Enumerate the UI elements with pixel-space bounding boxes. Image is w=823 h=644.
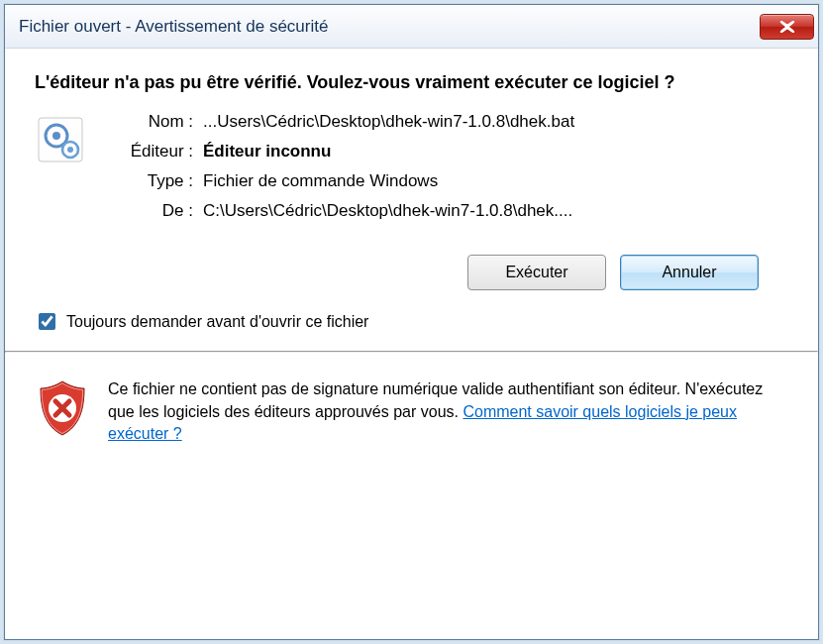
type-value: Fichier de commande Windows (203, 171, 788, 191)
from-label: De : (94, 201, 203, 221)
close-button[interactable] (760, 14, 814, 40)
file-name-label: Nom : (94, 112, 203, 132)
publisher-row: Éditeur : Éditeur inconnu (94, 142, 788, 161)
shield-warning-icon (35, 378, 90, 444)
always-ask-checkbox[interactable] (39, 313, 55, 330)
svg-point-2 (52, 132, 60, 140)
window-title: Fichier ouvert - Avertissement de sécuri… (19, 17, 760, 37)
type-row: Type : Fichier de commande Windows (94, 171, 788, 191)
dialog-body: L'éditeur n'a pas pu être vérifié. Voule… (5, 49, 818, 290)
always-ask-row[interactable]: Toujours demander avant d'ouvrir ce fich… (5, 290, 818, 351)
close-icon (778, 21, 796, 33)
file-icon (35, 112, 94, 168)
file-name-value: ...Users\Cédric\Desktop\dhek-win7-1.0.8\… (203, 112, 788, 132)
dialog-heading: L'éditeur n'a pas pu être vérifié. Voule… (35, 70, 788, 94)
file-info-section: Nom : ...Users\Cédric\Desktop\dhek-win7-… (35, 112, 788, 231)
svg-point-4 (67, 147, 73, 153)
cancel-button-label: Annuler (662, 264, 716, 281)
warning-panel: Ce fichier ne contient pas de signature … (5, 353, 818, 471)
type-label: Type : (94, 171, 203, 191)
cancel-button[interactable]: Annuler (620, 255, 759, 290)
from-row: De : C:\Users\Cédric\Desktop\dhek-win7-1… (94, 201, 788, 221)
execute-button[interactable]: Exécuter (467, 255, 606, 290)
from-value: C:\Users\Cédric\Desktop\dhek-win7-1.0.8\… (203, 201, 788, 221)
execute-button-label: Exécuter (505, 264, 567, 281)
file-info-table: Nom : ...Users\Cédric\Desktop\dhek-win7-… (94, 112, 788, 231)
titlebar: Fichier ouvert - Avertissement de sécuri… (5, 5, 818, 49)
publisher-value: Éditeur inconnu (203, 142, 788, 161)
publisher-label: Éditeur : (94, 142, 203, 161)
always-ask-label: Toujours demander avant d'ouvrir ce fich… (66, 313, 368, 331)
file-name-row: Nom : ...Users\Cédric\Desktop\dhek-win7-… (94, 112, 788, 132)
security-warning-dialog: Fichier ouvert - Avertissement de sécuri… (4, 4, 819, 640)
action-buttons: Exécuter Annuler (35, 231, 788, 290)
warning-text: Ce fichier ne contient pas de signature … (108, 378, 788, 445)
